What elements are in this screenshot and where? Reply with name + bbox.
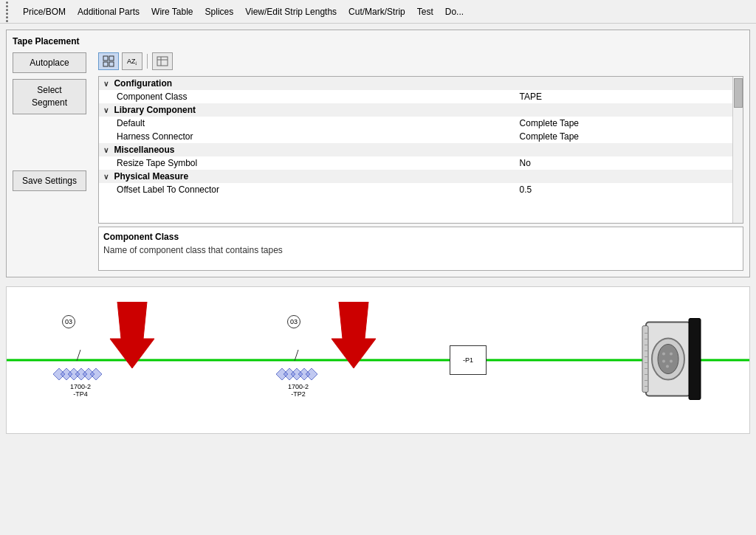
- drag-handle[interactable]: [6, 1, 8, 22]
- svg-marker-10: [110, 302, 154, 368]
- description-text: Name of component class that contains ta…: [103, 245, 738, 255]
- svg-rect-0: [103, 56, 108, 61]
- tape-group-1: 1700-2 -TP4: [47, 350, 114, 398]
- svg-marker-17: [90, 368, 102, 380]
- autoplace-button[interactable]: Autoplace: [13, 52, 86, 73]
- menu-item-viewedit[interactable]: View/Edit Strip Lengths: [245, 7, 337, 17]
- description-box: Component Class Name of component class …: [98, 227, 743, 271]
- menu-item-pricebom[interactable]: Price/BOM: [23, 7, 66, 17]
- toolbar-table-button[interactable]: [152, 52, 173, 70]
- section-configuration: ∨ Configuration: [99, 77, 743, 90]
- section-library-component: ∨ Library Component: [99, 103, 743, 117]
- toolbar-separator: [147, 54, 148, 69]
- menu-item-additionalparts[interactable]: Additional Parts: [78, 7, 140, 17]
- menu-item-cutmark[interactable]: Cut/Mark/Strip: [348, 7, 405, 17]
- config-table: ∨ Configuration Component Class TAPE ∨ L…: [99, 77, 743, 196]
- red-arrow-2: [324, 302, 383, 368]
- menu-item-wiretable[interactable]: Wire Table: [151, 7, 193, 17]
- svg-point-33: [670, 360, 673, 363]
- config-table-container: ∨ Configuration Component Class TAPE ∨ L…: [98, 76, 743, 224]
- circle-label-2: 03: [287, 315, 300, 328]
- row-offset-label: Offset Label To Connector 0.5: [99, 183, 743, 196]
- description-title: Component Class: [103, 232, 738, 242]
- main-content: Tape Placement Autoplace Select Segment …: [0, 24, 756, 440]
- section-miscellaneous: ∨ Miscellaneous: [99, 143, 743, 156]
- panel-body: Autoplace Select Segment Save Settings: [13, 52, 743, 271]
- save-settings-button[interactable]: Save Settings: [13, 170, 86, 191]
- toolbar-sort-button[interactable]: A Z ↓: [122, 52, 142, 70]
- toolbar-row: A Z ↓: [98, 52, 743, 70]
- svg-point-29: [658, 345, 678, 374]
- svg-rect-2: [103, 62, 108, 66]
- tape-diamonds-2: [272, 366, 324, 382]
- svg-rect-1: [109, 56, 114, 61]
- select-segment-button[interactable]: Select Segment: [13, 79, 86, 114]
- toolbar-grid-button[interactable]: [98, 52, 119, 70]
- svg-marker-18: [331, 302, 376, 368]
- section-physical-measure: ∨ Physical Measure: [99, 170, 743, 183]
- svg-rect-3: [109, 62, 114, 66]
- connector-box: -P1: [450, 345, 487, 375]
- tape-placement-panel: Tape Placement Autoplace Select Segment …: [6, 30, 750, 277]
- svg-point-34: [666, 365, 669, 368]
- svg-line-19: [295, 350, 298, 361]
- scrollbar-thumb[interactable]: [734, 78, 743, 108]
- svg-point-30: [662, 353, 665, 356]
- panel-title: Tape Placement: [13, 36, 743, 46]
- row-default: Default Complete Tape: [99, 117, 743, 130]
- circle-label-1: 03: [62, 315, 75, 328]
- tape-diamonds-1: [47, 366, 114, 382]
- svg-point-32: [662, 360, 665, 363]
- row-resize-tape: Resize Tape Symbol No: [99, 156, 743, 170]
- menu-item-splices[interactable]: Splices: [205, 7, 234, 17]
- svg-rect-26: [642, 326, 648, 393]
- svg-rect-27: [689, 319, 701, 400]
- right-config: A Z ↓: [98, 52, 743, 271]
- connector-plug: [639, 311, 727, 410]
- svg-rect-7: [157, 57, 168, 66]
- menu-item-do[interactable]: Do...: [445, 7, 464, 17]
- menu-bar: Price/BOM Additional Parts Wire Table Sp…: [0, 0, 756, 24]
- scrollbar[interactable]: [732, 77, 743, 223]
- left-buttons: Autoplace Select Segment Save Settings: [13, 52, 86, 271]
- svg-marker-24: [306, 368, 317, 380]
- tape-group-2: 1700-2 -TP2: [272, 350, 324, 398]
- svg-point-31: [670, 353, 673, 356]
- row-component-class: Component Class TAPE: [99, 90, 743, 103]
- menu-item-test[interactable]: Test: [417, 7, 433, 17]
- tape-label-1: 1700-2 -TP4: [70, 384, 91, 398]
- visualization-area: 03 1700-2 -TP4: [6, 286, 750, 434]
- svg-text:↓: ↓: [134, 60, 137, 66]
- svg-line-11: [77, 350, 80, 361]
- row-harness-connector: Harness Connector Complete Tape: [99, 130, 743, 143]
- tape-label-2: 1700-2 -TP2: [288, 384, 309, 398]
